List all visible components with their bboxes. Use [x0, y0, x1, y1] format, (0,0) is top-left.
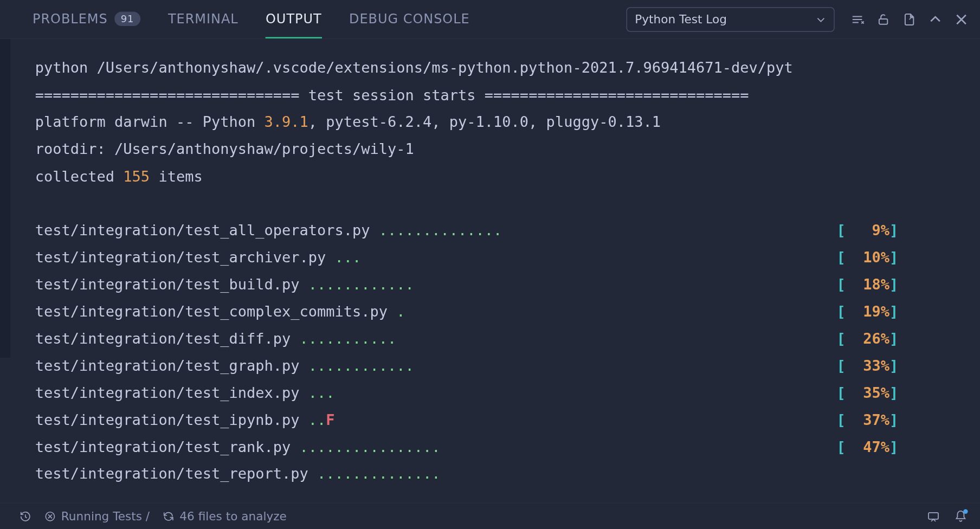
- status-bar: Running Tests / 46 files to analyze: [0, 503, 980, 529]
- tab-label: OUTPUT: [266, 11, 322, 27]
- test-progress-pct: 18%: [854, 271, 889, 298]
- open-log-file-icon[interactable]: [902, 12, 916, 26]
- test-pass-dots: ................: [299, 434, 440, 461]
- test-file-path: test/integration/test_build.py: [35, 271, 308, 298]
- test-row: test/integration/test_archiver.py ...[ 1…: [35, 244, 980, 271]
- test-pass-dots: .: [396, 298, 405, 325]
- chevron-down-icon: [816, 14, 826, 24]
- test-progress-pct: 37%: [854, 407, 889, 434]
- svg-rect-2: [929, 512, 938, 519]
- test-row: test/integration/test_rank.py ..........…: [35, 434, 980, 461]
- test-file-path: test/integration/test_rank.py: [35, 434, 300, 461]
- test-progress-pct: 47%: [854, 434, 889, 461]
- tab-terminal[interactable]: TERMINAL: [168, 0, 238, 38]
- test-pass-dots: ...........: [299, 325, 396, 352]
- test-file-path: test/integration/test_complex_commits.py: [35, 298, 396, 325]
- test-progress: [ 47%]: [836, 434, 980, 461]
- test-progress: [ 33%]: [836, 352, 980, 379]
- history-icon[interactable]: [20, 510, 31, 522]
- close-panel-icon[interactable]: [954, 12, 968, 26]
- test-row: test/integration/test_complex_commits.py…: [35, 298, 980, 325]
- test-file-path: test/integration/test_ipynb.py: [35, 407, 308, 434]
- clear-output-icon[interactable]: [850, 12, 864, 26]
- activity-bar-edge: [0, 39, 10, 358]
- test-pass-dots: ..............: [317, 461, 441, 488]
- tab-problems[interactable]: PROBLEMS 91: [33, 0, 141, 38]
- session-divider: ============================== test sess…: [35, 86, 749, 103]
- test-fail-mark: F: [326, 407, 334, 434]
- notification-dot-icon: [963, 509, 968, 513]
- test-row: test/integration/test_all_operators.py .…: [35, 217, 980, 244]
- status-running-tests[interactable]: Running Tests /: [44, 509, 150, 523]
- status-files-to-analyze[interactable]: 46 files to analyze: [163, 509, 287, 523]
- tab-debug-console[interactable]: DEBUG CONSOLE: [349, 0, 470, 38]
- test-progress-pct: 35%: [854, 379, 889, 407]
- output-panel[interactable]: python /Users/anthonyshaw/.vscode/extens…: [0, 39, 980, 503]
- test-row: test/integration/test_diff.py ..........…: [35, 325, 980, 352]
- test-progress: [ 10%]: [836, 244, 980, 271]
- test-row: test/integration/test_report.py ........…: [35, 461, 980, 488]
- cmdline-text: python /Users/anthonyshaw/.vscode/extens…: [35, 59, 793, 76]
- tab-label: PROBLEMS: [33, 11, 108, 27]
- test-progress-pct: 10%: [854, 244, 889, 271]
- test-progress: [ 26%]: [836, 325, 980, 352]
- error-circle-icon: [44, 510, 56, 522]
- test-pass-dots: ...: [334, 244, 361, 271]
- test-pass-dots: ............: [308, 352, 414, 379]
- collected-line: collected 155 items: [35, 167, 203, 184]
- problems-badge: 91: [114, 11, 141, 25]
- test-progress-pct: 9%: [854, 217, 889, 244]
- panel-tabs: PROBLEMS 91 TERMINAL OUTPUT DEBUG CONSOL…: [33, 0, 470, 38]
- sync-icon: [163, 510, 175, 522]
- test-row: test/integration/test_ipynb.py ..F[ 37%]: [35, 407, 980, 434]
- test-pass-dots: ...: [308, 379, 335, 407]
- test-file-path: test/integration/test_index.py: [35, 379, 308, 407]
- tab-label: TERMINAL: [168, 11, 238, 27]
- test-row: test/integration/test_build.py .........…: [35, 271, 980, 298]
- test-file-path: test/integration/test_diff.py: [35, 325, 300, 352]
- test-row: test/integration/test_graph.py .........…: [35, 352, 980, 379]
- test-file-path: test/integration/test_all_operators.py: [35, 217, 379, 244]
- panel-header: PROBLEMS 91 TERMINAL OUTPUT DEBUG CONSOL…: [0, 0, 980, 39]
- test-file-path: test/integration/test_archiver.py: [35, 244, 335, 271]
- tab-label: DEBUG CONSOLE: [349, 11, 470, 27]
- test-progress-pct: 33%: [854, 352, 889, 379]
- test-file-path: test/integration/test_report.py: [35, 461, 317, 488]
- test-progress: [ 19%]: [836, 298, 980, 325]
- test-rows: test/integration/test_all_operators.py .…: [35, 217, 980, 488]
- panel-toolbar: [850, 12, 968, 26]
- test-progress: [ 9%]: [836, 217, 980, 244]
- svg-rect-0: [879, 18, 887, 24]
- test-progress: [ 35%]: [836, 379, 980, 407]
- test-progress-pct: 26%: [854, 325, 889, 352]
- status-analyze-label: 46 files to analyze: [179, 509, 286, 523]
- test-pass-dots: ..: [308, 407, 326, 434]
- output-channel-select[interactable]: Python Test Log: [627, 7, 835, 32]
- test-progress: [ 37%]: [836, 407, 980, 434]
- test-file-path: test/integration/test_graph.py: [35, 352, 308, 379]
- test-row: test/integration/test_index.py ...[ 35%]: [35, 379, 980, 407]
- rootdir-line: rootdir: /Users/anthonyshaw/projects/wil…: [35, 140, 414, 157]
- chevron-up-icon[interactable]: [928, 12, 942, 26]
- test-progress: [ 18%]: [836, 271, 980, 298]
- tab-output[interactable]: OUTPUT: [266, 0, 322, 38]
- test-progress-pct: 19%: [854, 298, 889, 325]
- status-running-label: Running Tests /: [61, 509, 150, 523]
- lock-open-icon[interactable]: [876, 12, 890, 26]
- platform-line: platform darwin -- Python 3.9.1, pytest-…: [35, 113, 661, 130]
- output-channel-label: Python Test Log: [635, 12, 727, 26]
- test-pass-dots: ............: [308, 271, 414, 298]
- feedback-icon[interactable]: [927, 509, 940, 522]
- bell-icon[interactable]: [954, 509, 967, 522]
- test-pass-dots: ..............: [379, 217, 502, 244]
